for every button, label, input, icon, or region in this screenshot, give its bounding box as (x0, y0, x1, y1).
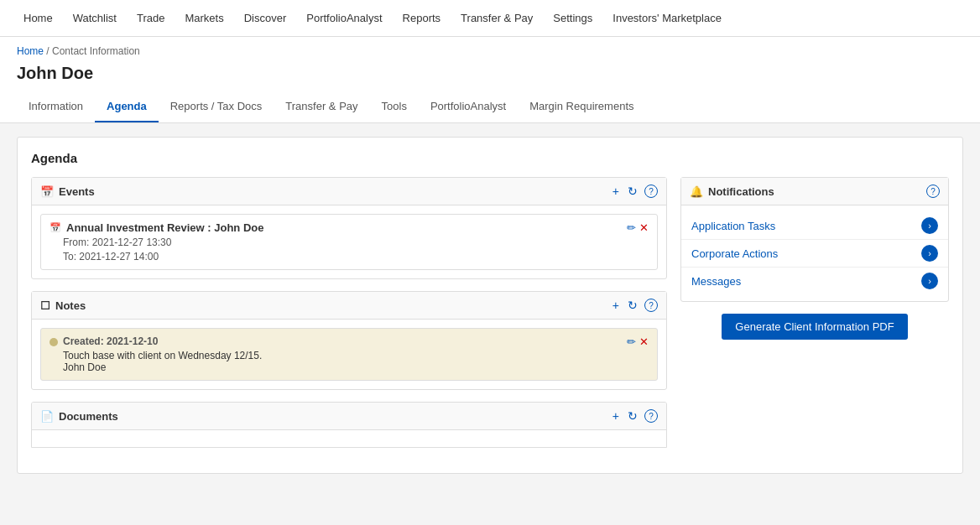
documents-body (32, 430, 666, 447)
nav-home[interactable]: Home (13, 0, 63, 37)
tab-reports-tax-docs[interactable]: Reports / Tax Docs (159, 91, 274, 122)
notifications-header: 🔔 Notifications ? (681, 178, 948, 205)
add-document-button[interactable]: + (611, 409, 621, 423)
events-body: 📅 Annual Investment Review : John Doe Fr… (32, 205, 666, 278)
edit-note-icon[interactable]: ✏ (627, 335, 636, 348)
delete-event-icon[interactable]: ✕ (639, 221, 649, 234)
generate-pdf-button[interactable]: Generate Client Information PDF (722, 314, 907, 340)
calendar-icon: 📅 (40, 185, 54, 198)
note-text: Touch base with client on Wednesday 12/1… (50, 350, 262, 361)
note-content-col: Created: 2021-12-10 Touch base with clie… (50, 335, 262, 373)
agenda-section-title: Agenda (31, 151, 949, 165)
event-title: Annual Investment Review : John Doe (66, 221, 264, 234)
agenda-card: Agenda 📅 Events + ↻ ? (17, 137, 963, 474)
notes-icon: ☐ (40, 299, 50, 312)
tab-portfolioanalyst[interactable]: PortfolioAnalyst (419, 91, 518, 122)
notes-body: Created: 2021-12-10 Touch base with clie… (32, 320, 666, 389)
event-header: 📅 Annual Investment Review : John Doe Fr… (50, 221, 649, 262)
sub-tabs: Information Agenda Reports / Tax Docs Tr… (0, 91, 980, 123)
event-title-col: 📅 Annual Investment Review : John Doe Fr… (50, 221, 264, 262)
event-calendar-icon: 📅 (50, 222, 61, 233)
documents-header-right: + ↻ ? (611, 409, 658, 423)
edit-event-icon[interactable]: ✏ (627, 221, 636, 234)
documents-icon: 📄 (40, 410, 54, 423)
pdf-button-container: Generate Client Information PDF (680, 314, 949, 340)
refresh-notes-button[interactable]: ↻ (626, 299, 639, 312)
nav-portfolioanalyst[interactable]: PortfolioAnalyst (296, 0, 392, 37)
note-item: Created: 2021-12-10 Touch base with clie… (40, 328, 658, 381)
events-header: 📅 Events + ↻ ? (32, 178, 666, 205)
breadcrumb-home[interactable]: Home (17, 45, 44, 57)
events-section: 📅 Events + ↻ ? (31, 177, 667, 279)
notification-arrow-messages: › (921, 273, 938, 289)
notification-arrow-corporate-actions: › (921, 245, 938, 262)
nav-markets[interactable]: Markets (175, 0, 233, 37)
events-header-left: 📅 Events (40, 185, 95, 198)
notification-label-corporate-actions: Corporate Actions (691, 247, 778, 260)
note-header: Created: 2021-12-10 Touch base with clie… (50, 335, 649, 373)
nav-transfer-pay[interactable]: Transfer & Pay (451, 0, 543, 37)
note-created: Created: 2021-12-10 (63, 335, 158, 347)
event-title-row: 📅 Annual Investment Review : John Doe (50, 221, 264, 234)
notification-label-application-tasks: Application Tasks (691, 220, 775, 232)
documents-header: 📄 Documents + ↻ ? (32, 403, 666, 430)
notification-label-messages: Messages (691, 275, 741, 288)
delete-note-icon[interactable]: ✕ (639, 335, 649, 348)
top-navigation: Home Watchlist Trade Markets Discover Po… (0, 0, 980, 37)
nav-watchlist[interactable]: Watchlist (63, 0, 127, 37)
notification-item-application-tasks[interactable]: Application Tasks › (681, 212, 948, 239)
events-help-icon[interactable]: ? (644, 185, 658, 198)
page-title: John Doe (0, 60, 980, 91)
note-author: John Doe (50, 361, 262, 373)
tab-tools[interactable]: Tools (370, 91, 419, 122)
event-to: To: 2021-12-27 14:00 (50, 251, 264, 262)
right-column: 🔔 Notifications ? Application Tasks › Co… (680, 177, 949, 460)
documents-label: Documents (59, 410, 118, 423)
tab-transfer-pay[interactable]: Transfer & Pay (274, 91, 369, 122)
notes-label: Notes (55, 299, 86, 312)
notes-header-right: + ↻ ? (611, 299, 658, 312)
content-layout: 📅 Events + ↻ ? (31, 177, 949, 460)
notifications-body: Application Tasks › Corporate Actions › … (681, 205, 948, 301)
events-label: Events (59, 185, 95, 198)
add-note-button[interactable]: + (611, 299, 621, 312)
refresh-documents-button[interactable]: ↻ (626, 409, 639, 423)
notes-header-left: ☐ Notes (40, 299, 86, 312)
breadcrumb: Home / Contact Information (0, 37, 980, 60)
note-date-row: Created: 2021-12-10 (50, 335, 262, 347)
nav-trade[interactable]: Trade (127, 0, 175, 37)
nav-reports[interactable]: Reports (393, 0, 451, 37)
tab-margin-requirements[interactable]: Margin Requirements (518, 91, 645, 122)
documents-help-icon[interactable]: ? (644, 409, 658, 423)
notifications-panel: 🔔 Notifications ? Application Tasks › Co… (680, 177, 949, 302)
nav-settings[interactable]: Settings (543, 0, 602, 37)
tab-agenda[interactable]: Agenda (95, 91, 159, 122)
left-column: 📅 Events + ↻ ? (31, 177, 667, 460)
notes-header: ☐ Notes + ↻ ? (32, 292, 666, 320)
notes-help-icon[interactable]: ? (644, 299, 658, 312)
note-actions: ✏ ✕ (627, 335, 649, 348)
notification-arrow-application-tasks: › (921, 217, 938, 234)
event-actions: ✏ ✕ (627, 221, 649, 234)
add-event-button[interactable]: + (611, 185, 621, 198)
documents-header-left: 📄 Documents (40, 410, 118, 423)
tab-information[interactable]: Information (17, 91, 95, 122)
notes-section: ☐ Notes + ↻ ? (31, 291, 667, 390)
nav-investors-marketplace[interactable]: Investors' Marketplace (602, 0, 732, 37)
documents-section: 📄 Documents + ↻ ? (31, 402, 667, 448)
note-dot-icon (50, 338, 58, 346)
event-from: From: 2021-12-27 13:30 (50, 237, 264, 248)
notification-item-messages[interactable]: Messages › (681, 268, 948, 294)
notifications-title: 🔔 Notifications (690, 185, 774, 198)
events-header-right: + ↻ ? (611, 185, 658, 198)
nav-discover[interactable]: Discover (234, 0, 297, 37)
breadcrumb-current: Contact Information (52, 45, 140, 57)
main-content: Agenda 📅 Events + ↻ ? (0, 123, 980, 487)
notifications-label: Notifications (708, 185, 774, 198)
notification-item-corporate-actions[interactable]: Corporate Actions › (681, 240, 948, 267)
notifications-help-icon[interactable]: ? (926, 185, 940, 198)
refresh-events-button[interactable]: ↻ (626, 185, 639, 198)
bell-icon: 🔔 (690, 185, 703, 198)
event-item: 📅 Annual Investment Review : John Doe Fr… (40, 214, 658, 270)
